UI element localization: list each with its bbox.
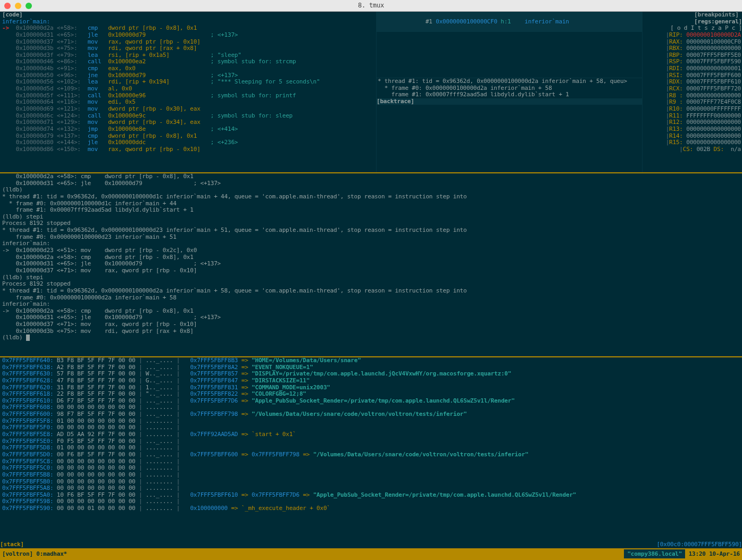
pane-stack-header: [stack]: [0, 541, 24, 548]
tmux-session[interactable]: [code] inferior`main: -> 0x100000d2a <+5…: [0, 12, 742, 548]
pane-stack[interactable]: 0x7FFF5FBFF640: B3 F8 BF 5F FF 7F 00 00 …: [0, 357, 742, 548]
segment-regs: |CS: 002B DS: n/a: [643, 146, 742, 153]
console-output: 0x100000d2a <+58>: cmp dword ptr [rbp - …: [2, 173, 740, 341]
stack-footer-addr: [0x00c0:00007FFF5FBFF590]: [656, 541, 742, 548]
pane-backtrace[interactable]: #1 0x0000000100000CF0 h:1 inferior`main …: [377, 12, 642, 172]
disassembly-listing: -> 0x100000d2a <+58>: cmp dword ptr [rbp…: [2, 25, 374, 153]
status-right: "compy386.local" 13:20 10-Apr-16: [621, 551, 740, 558]
tmux-status-bar[interactable]: [voltron] 0:madhax* "compy386.local" 13:…: [0, 548, 742, 560]
window-titlebar: 8. tmux: [0, 0, 742, 12]
pane-console[interactable]: 0x100000d2a <+58>: cmp dword ptr [rbp - …: [0, 173, 742, 357]
minimize-button[interactable]: [15, 3, 21, 9]
zoom-button[interactable]: [26, 3, 32, 9]
pane-code[interactable]: [code] inferior`main: -> 0x100000d2a <+5…: [0, 12, 377, 172]
pane-registers[interactable]: [breakpoints] [regs:general] [ o d I t s…: [642, 12, 742, 172]
pane-code-header: [code]: [2, 12, 374, 19]
backtrace-lines: * thread #1: tid = 0x96362d, 0x000000010…: [377, 78, 642, 98]
window-title: 8. tmux: [358, 2, 384, 10]
stack-hexdump: 0x7FFF5FBFF640: B3 F8 BF 5F FF 7F 00 00 …: [2, 357, 740, 512]
status-left: [voltron] 0:madhax*: [2, 551, 67, 558]
close-button[interactable]: [4, 3, 11, 9]
pane-backtrace-header: [backtrace]: [377, 98, 642, 105]
breakpoint-entry: #1 0x0000000100000CF0 h:1 inferior`main: [377, 12, 642, 32]
pane-breakpoints-header: [breakpoints]: [643, 12, 742, 19]
register-list: |RIP: 0000000100000D2A|RAX: 000000010000…: [643, 32, 742, 146]
